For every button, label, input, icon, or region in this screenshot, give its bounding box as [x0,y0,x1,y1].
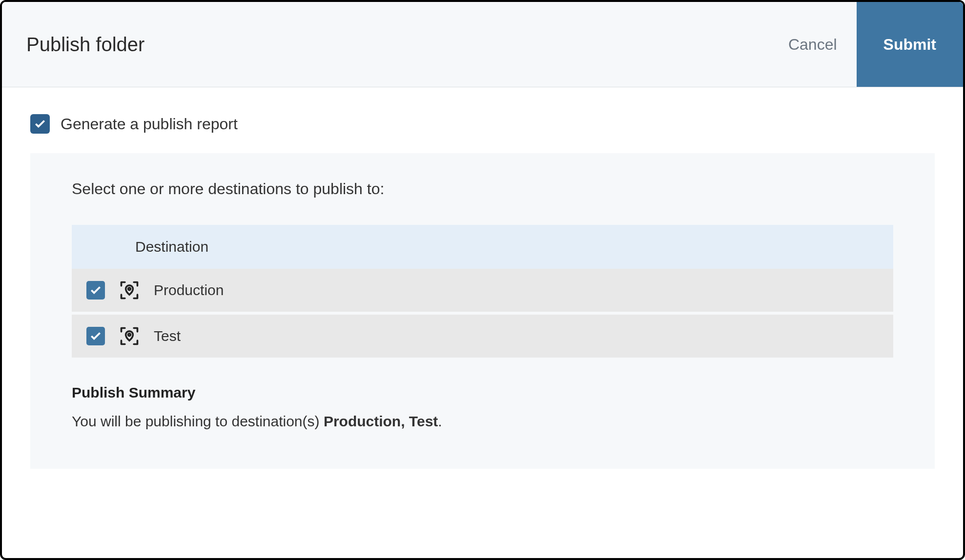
generate-report-checkbox[interactable] [30,114,50,134]
cancel-button[interactable]: Cancel [769,2,857,87]
destination-checkbox[interactable] [86,281,105,300]
generate-report-label: Generate a publish report [61,115,238,133]
checkmark-icon [34,118,46,130]
dialog-body: Generate a publish report Select one or … [2,87,963,558]
dialog-title: Publish folder [26,34,144,56]
svg-point-0 [128,288,131,290]
summary-suffix: . [438,413,442,429]
dialog-header: Publish folder Cancel Submit [2,2,963,87]
destination-row: Production [72,269,893,315]
destination-name: Test [154,328,181,344]
generate-report-row: Generate a publish report [30,114,935,134]
publish-folder-dialog: Publish folder Cancel Submit Generate a … [0,0,965,560]
publish-summary-heading: Publish Summary [72,384,893,401]
checkmark-icon [89,284,102,297]
destination-target-icon [119,325,140,347]
header-actions: Cancel Submit [769,2,963,87]
summary-destinations: Production, Test [324,413,438,429]
destinations-column-header: Destination [72,225,893,269]
checkmark-icon [89,330,102,342]
svg-point-1 [128,334,131,336]
destinations-prompt: Select one or more destinations to publi… [72,180,893,198]
submit-button[interactable]: Submit [857,2,963,87]
destinations-panel: Select one or more destinations to publi… [30,153,935,469]
destination-checkbox[interactable] [86,327,105,345]
destination-row: Test [72,315,893,358]
destinations-table: Destination [72,225,893,358]
summary-prefix: You will be publishing to destination(s) [72,413,324,429]
publish-summary-text: You will be publishing to destination(s)… [72,413,893,430]
destination-name: Production [154,282,224,299]
destination-target-icon [119,280,140,301]
